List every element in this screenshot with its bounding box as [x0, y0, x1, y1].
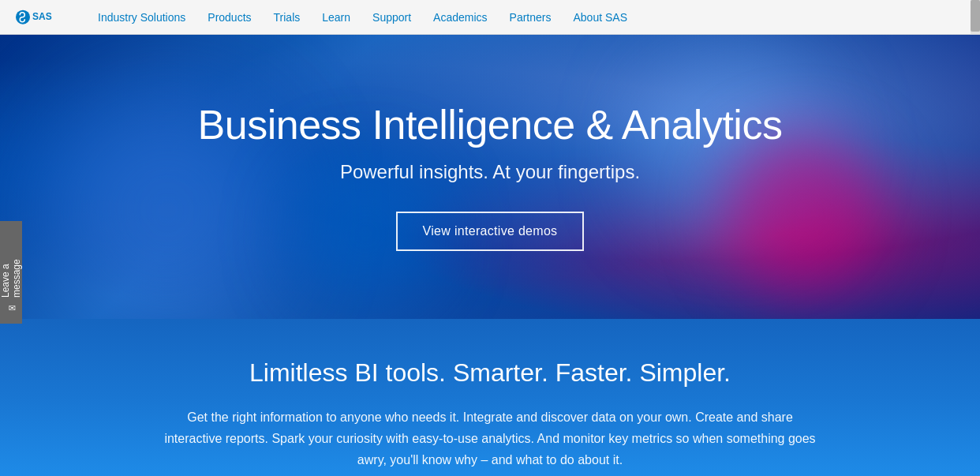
nav-link-learn[interactable]: Learn: [311, 0, 361, 35]
nav-link-about-sas[interactable]: About SAS: [563, 0, 639, 35]
sas-logo-icon: SAS: [16, 6, 63, 29]
nav-item-academics[interactable]: Academics: [422, 0, 498, 35]
nav-item-industry-solutions[interactable]: Industry Solutions: [87, 0, 196, 35]
hero-content: Business Intelligence & Analytics Powerf…: [166, 103, 814, 250]
svg-text:SAS: SAS: [32, 11, 52, 22]
lower-section: Limitless BI tools. Smarter. Faster. Sim…: [0, 319, 980, 476]
message-icon: ✉: [6, 302, 17, 313]
nav-link-industry-solutions[interactable]: Industry Solutions: [87, 0, 196, 35]
leave-message-label: Leave a message: [0, 232, 22, 298]
nav-item-learn[interactable]: Learn: [311, 0, 361, 35]
view-demos-button[interactable]: View interactive demos: [396, 212, 585, 251]
hero-section: Business Intelligence & Analytics Powerf…: [0, 35, 980, 319]
scrollbar-thumb[interactable]: [971, 0, 980, 32]
nav-item-about-sas[interactable]: About SAS: [563, 0, 639, 35]
navbar: SAS Industry Solutions Products Trials L…: [0, 0, 980, 35]
nav-item-support[interactable]: Support: [361, 0, 422, 35]
nav-item-trials[interactable]: Trials: [263, 0, 312, 35]
nav-item-products[interactable]: Products: [196, 0, 262, 35]
nav-link-trials[interactable]: Trials: [263, 0, 312, 35]
nav-link-academics[interactable]: Academics: [422, 0, 498, 35]
logo[interactable]: SAS: [16, 6, 63, 29]
nav-links: Industry Solutions Products Trials Learn…: [87, 0, 638, 35]
nav-link-partners[interactable]: Partners: [499, 0, 563, 35]
nav-link-products[interactable]: Products: [196, 0, 262, 35]
leave-message-tab[interactable]: ✉ Leave a message: [0, 221, 22, 324]
hero-subtitle: Powerful insights. At your fingertips.: [198, 161, 783, 183]
nav-item-partners[interactable]: Partners: [499, 0, 563, 35]
lower-body: Get the right information to anyone who …: [159, 407, 821, 471]
nav-link-support[interactable]: Support: [361, 0, 422, 35]
hero-title: Business Intelligence & Analytics: [198, 103, 783, 148]
lower-title: Limitless BI tools. Smarter. Faster. Sim…: [142, 358, 838, 388]
scrollbar-track: [971, 0, 980, 34]
